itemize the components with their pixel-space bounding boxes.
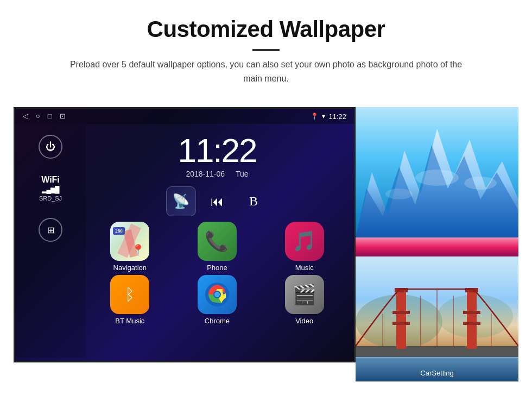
svg-point-3	[214, 292, 220, 297]
status-right: 📍 ▾ 11:22	[311, 112, 346, 121]
svg-rect-19	[392, 322, 410, 325]
svg-point-8	[385, 189, 413, 199]
left-sidebar: ⏻ WiFi ▂▄▆█ SRD_SJ ⊞	[15, 124, 86, 358]
chrome-svg	[205, 283, 229, 306]
title-divider	[252, 49, 280, 51]
quick-launch: 📡 ⏮ B	[86, 186, 349, 216]
maps-pin: 📍	[131, 243, 145, 256]
wifi-label: WiFi	[39, 175, 62, 185]
prev-track-icon[interactable]: ⏮	[202, 186, 232, 216]
android-screen: ◁ ○ □ ⊡ 📍 ▾ 11:22 ⏻ WiFi	[14, 107, 356, 362]
music-label: Music	[295, 264, 314, 272]
page-wrapper: Customized Wallpaper Preload over 5 defa…	[0, 0, 532, 398]
svg-rect-20	[467, 289, 477, 349]
clock-area: 11:22 2018-11-06 Tue	[86, 129, 349, 186]
page-header: Customized Wallpaper Preload over 5 defa…	[0, 0, 532, 96]
bt-music-label: BT Music	[115, 317, 144, 325]
page-title: Customized Wallpaper	[33, 16, 499, 42]
svg-rect-18	[392, 311, 410, 314]
svg-rect-23	[463, 322, 480, 325]
navigation-icon: 280 📍	[110, 222, 149, 261]
radio-wave: 📡	[172, 193, 189, 210]
ice-bg	[356, 107, 518, 237]
bluetooth-quick-icon[interactable]: B	[239, 186, 269, 216]
phone-icon: 📞	[198, 222, 237, 261]
recents-icon[interactable]: □	[48, 112, 52, 121]
app-chrome[interactable]: Chrome	[176, 275, 259, 325]
bridge-scene-bg: CarSetting	[356, 256, 518, 381]
nav-icons: ◁ ○ □ ⊡	[23, 112, 66, 121]
svg-rect-15	[356, 346, 518, 357]
bt-music-icon: ᛒ	[110, 275, 149, 314]
ice-svg	[356, 107, 518, 237]
date-right: Tue	[236, 170, 249, 178]
maps-number: 280	[113, 227, 125, 235]
right-panel: CarSetting	[356, 107, 518, 381]
back-icon[interactable]: ◁	[23, 112, 28, 121]
power-button[interactable]: ⏻	[39, 135, 62, 159]
wifi-info: WiFi ▂▄▆█ SRD_SJ	[39, 175, 62, 202]
app-bt-music[interactable]: ᛒ BT Music	[88, 275, 172, 325]
app-video[interactable]: 🎬 Video	[263, 275, 346, 325]
apps-grid-button[interactable]: ⊞	[39, 218, 62, 242]
screen-body: ⏻ WiFi ▂▄▆█ SRD_SJ ⊞ 11:22 2018-11-06	[15, 124, 354, 358]
app-phone[interactable]: 📞 Phone	[176, 222, 259, 272]
app-grid-row2: ᛒ BT Music	[86, 275, 349, 325]
wallpaper-ice	[356, 107, 518, 237]
clock-date: 2018-11-06 Tue	[86, 170, 349, 178]
app-music[interactable]: 🎵 Music	[263, 222, 346, 272]
bridge-svg	[356, 256, 518, 381]
app-grid-row1: 280 📍 Navigation 📞 Phone 🎵	[86, 222, 349, 272]
signal-icon: ▾	[322, 112, 325, 120]
car-setting-item[interactable]: CarSetting	[356, 367, 518, 377]
location-icon: 📍	[311, 112, 319, 120]
navigation-label: Navigation	[113, 264, 147, 272]
phone-label: Phone	[207, 264, 227, 272]
wifi-bars: ▂▄▆█	[39, 186, 62, 194]
wallpaper-bridge: CarSetting	[356, 256, 518, 381]
video-label: Video	[295, 317, 313, 325]
bluetooth-symbol: ᛒ	[125, 285, 135, 304]
home-icon[interactable]: ○	[36, 112, 40, 121]
car-setting-label: CarSetting	[420, 369, 453, 377]
screenshot-icon[interactable]: ⊡	[60, 112, 66, 121]
center-content: 11:22 2018-11-06 Tue 📡 ⏮ B	[86, 124, 354, 358]
page-subtitle: Preload over 5 default wallpaper options…	[60, 58, 472, 85]
svg-rect-16	[396, 289, 406, 349]
wallpaper-middle-strip	[356, 237, 518, 256]
wifi-ssid: SRD_SJ	[39, 195, 62, 202]
svg-point-7	[415, 170, 459, 186]
app-navigation[interactable]: 280 📍 Navigation	[88, 222, 172, 272]
main-content: ◁ ○ □ ⊡ 📍 ▾ 11:22 ⏻ WiFi	[0, 96, 532, 398]
svg-rect-22	[463, 311, 480, 314]
music-icon: 🎵	[285, 222, 324, 261]
wallpaper-middle-bar	[356, 237, 518, 256]
chrome-label: Chrome	[205, 317, 230, 325]
status-time: 11:22	[328, 112, 346, 121]
video-icon: 🎬	[285, 275, 324, 314]
status-bar: ◁ ○ □ ⊡ 📍 ▾ 11:22	[15, 109, 354, 124]
svg-point-9	[464, 177, 497, 190]
clock-time: 11:22	[86, 134, 349, 167]
date-left: 2018-11-06	[186, 170, 225, 178]
radio-quick-icon[interactable]: 📡	[166, 186, 196, 216]
chrome-icon	[198, 275, 237, 314]
